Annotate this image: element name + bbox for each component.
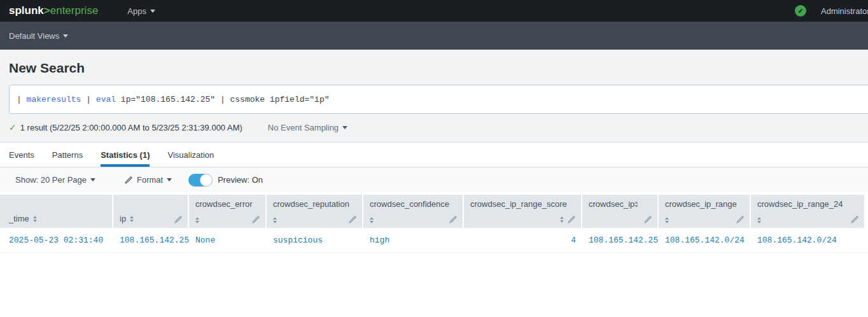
edit-column-icon[interactable] — [736, 215, 745, 223]
cell-crowdsec_ip[interactable]: 108.165.142.25 — [582, 228, 659, 252]
user-menu-label: Administrator — [821, 6, 868, 16]
apps-menu[interactable]: Apps — [127, 6, 155, 16]
page-title: New Search — [9, 60, 868, 76]
chevron-down-icon — [167, 178, 172, 181]
column-label: _time — [9, 214, 29, 223]
column-header-ip[interactable]: ip — [113, 195, 189, 228]
search-header: New Search | makeresults | eval ip="108.… — [0, 50, 868, 143]
chevron-down-icon — [150, 10, 155, 13]
column-header-crowdsec_confidence[interactable]: crowdsec_confidence — [363, 195, 464, 228]
toggle-knob — [200, 174, 213, 187]
logo-enterprise-text: enterprise — [50, 4, 99, 17]
column-label: crowdsec_reputation — [273, 199, 349, 209]
edit-column-icon[interactable] — [349, 215, 357, 223]
cell-_time[interactable]: 2025-05-23 02:31:40 — [0, 228, 113, 252]
spl-text: | — [81, 95, 95, 104]
edit-column-icon[interactable] — [644, 215, 652, 223]
sort-icon[interactable] — [33, 216, 37, 222]
results-tabs: EventsPatternsStatistics (1)Visualizatio… — [0, 143, 868, 167]
chevron-down-icon — [63, 34, 68, 38]
column-label: crowdsec_error — [195, 199, 253, 209]
column-label: crowdsec_ip_range_score — [470, 199, 567, 209]
edit-column-icon[interactable] — [174, 215, 183, 223]
result-summary-line: ✓ 1 result (5/22/25 2:00:00.000 AM to 5/… — [9, 122, 868, 142]
default-views-menu[interactable]: Default Views — [9, 31, 68, 41]
column-label: crowdsec_confidence — [370, 199, 449, 209]
cell-ip[interactable]: 108.165.142.25 — [113, 228, 189, 252]
preview-toggle[interactable] — [188, 174, 213, 187]
chevron-down-icon — [342, 126, 347, 129]
status-check-badge-icon[interactable]: ✓ — [795, 5, 806, 17]
column-header-_time[interactable]: _time — [0, 195, 113, 228]
success-check-icon: ✓ — [9, 122, 17, 132]
search-query[interactable]: | makeresults | eval ip="108.165.142.25"… — [17, 95, 330, 104]
splunk-logo[interactable]: splunk>enterprise — [9, 4, 98, 17]
result-count-text: 1 result (5/22/25 2:00:00.000 AM to 5/23… — [20, 123, 242, 132]
per-page-label: Show: 20 Per Page — [15, 175, 87, 185]
cell-crowdsec_reputation[interactable]: suspicious — [267, 228, 363, 252]
cell-crowdsec_ip_range_24[interactable]: 108.165.142.0/24 — [751, 228, 865, 252]
apps-menu-label: Apps — [127, 6, 146, 16]
spl-command: eval — [96, 95, 116, 104]
column-label: crowdsec_ip_range — [665, 199, 737, 209]
tab-patterns[interactable]: Patterns — [52, 143, 83, 167]
edit-column-icon[interactable] — [568, 215, 576, 223]
spl-command: makeresults — [27, 95, 81, 104]
sort-icon[interactable] — [665, 217, 669, 223]
preview-state-label: Preview: On — [218, 175, 263, 185]
edit-column-icon[interactable] — [449, 215, 458, 223]
sort-icon[interactable] — [370, 217, 374, 223]
chevron-down-icon — [90, 178, 95, 181]
logo-splunk-text: splunk — [9, 4, 44, 17]
results-controls-bar: Show: 20 Per Page Format Preview: On — [0, 167, 868, 192]
results-table: _timeipcrowdsec_errorcrowdsec_reputation… — [0, 195, 868, 253]
sort-icon[interactable] — [273, 217, 277, 223]
tab-statistics-1[interactable]: Statistics (1) — [101, 143, 150, 167]
edit-column-icon[interactable] — [851, 215, 859, 223]
pencil-icon — [125, 176, 133, 184]
top-navbar: splunk>enterprise Apps ✓ Administrator — [0, 0, 868, 22]
results-table-header: _timeipcrowdsec_errorcrowdsec_reputation… — [0, 195, 868, 228]
column-header-crowdsec_reputation[interactable]: crowdsec_reputation — [267, 195, 363, 228]
table-row: 2025-05-23 02:31:40108.165.142.25Nonesus… — [0, 228, 868, 253]
sort-icon[interactable] — [195, 217, 199, 223]
default-views-label: Default Views — [9, 31, 59, 41]
format-dropdown[interactable]: Format — [125, 175, 172, 185]
logo-chevron-text: > — [44, 4, 50, 17]
column-label: ip — [120, 214, 126, 223]
cell-crowdsec_confidence[interactable]: high — [363, 228, 464, 252]
column-header-crowdsec_ip_range_24[interactable]: crowdsec_ip_range_24 — [751, 195, 865, 228]
sort-icon[interactable] — [634, 201, 638, 208]
sort-icon[interactable] — [130, 216, 134, 222]
search-input[interactable]: | makeresults | eval ip="108.165.142.25"… — [9, 85, 868, 114]
column-header-crowdsec_ip_range[interactable]: crowdsec_ip_range — [659, 195, 751, 228]
tab-visualization[interactable]: Visualization — [167, 143, 214, 167]
edit-column-icon[interactable] — [252, 215, 260, 223]
column-label: crowdsec_ip_range_24 — [757, 199, 843, 209]
column-header-crowdsec_ip[interactable]: crowdsec_ip — [582, 195, 659, 228]
spl-text: ip="108.165.142.25" | cssmoke ipfield="i… — [116, 95, 329, 104]
cell-crowdsec_ip_range_score[interactable]: 4 — [464, 228, 582, 252]
event-sampling-label: No Event Sampling — [268, 123, 339, 132]
app-bar: Default Views — [0, 22, 868, 50]
column-header-crowdsec_ip_range_score[interactable]: crowdsec_ip_range_score — [464, 195, 582, 228]
spl-text: | — [17, 95, 27, 104]
sort-icon[interactable] — [560, 216, 564, 223]
per-page-dropdown[interactable]: Show: 20 Per Page — [15, 175, 95, 185]
format-label: Format — [137, 175, 163, 185]
sort-icon[interactable] — [757, 217, 761, 223]
column-header-crowdsec_error[interactable]: crowdsec_error — [189, 195, 267, 228]
column-label: crowdsec_ip — [589, 199, 634, 209]
cell-crowdsec_error[interactable]: None — [189, 228, 267, 252]
tab-events[interactable]: Events — [9, 143, 34, 167]
cell-crowdsec_ip_range[interactable]: 108.165.142.0/24 — [659, 228, 751, 252]
user-menu[interactable]: Administrator — [821, 0, 868, 22]
results-table-body: 2025-05-23 02:31:40108.165.142.25Nonesus… — [0, 228, 868, 253]
event-sampling-dropdown[interactable]: No Event Sampling — [268, 123, 347, 132]
